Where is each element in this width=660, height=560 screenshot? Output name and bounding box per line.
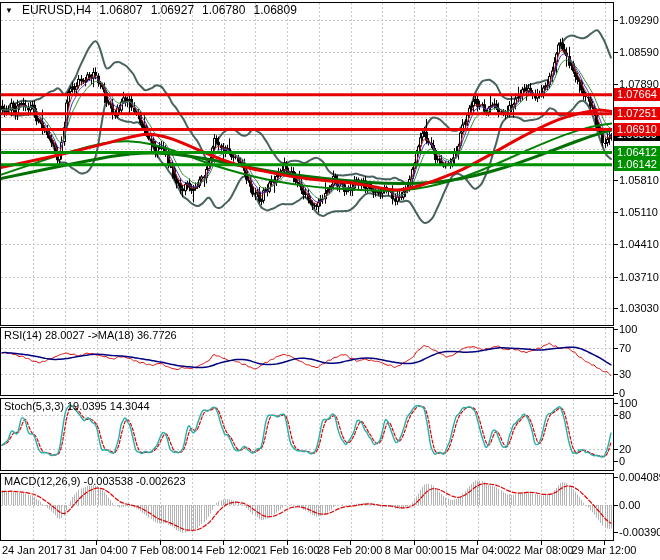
macd-axis-label: -0.003902 — [619, 526, 660, 538]
price-axis-label: 1.03710 — [619, 271, 659, 283]
macd-indicator-label: MACD(12,26,9) -0.003538 -0.002623 — [4, 475, 186, 487]
stoch-axis-label: 80 — [619, 409, 631, 421]
time-axis-label: 22 Mar 08:00 — [509, 544, 574, 556]
symbol-timeframe-label: EURUSD,H4 — [22, 3, 91, 17]
rsi-axis-label: 70 — [619, 342, 631, 354]
macd-axis-label: 0.004089 — [619, 471, 660, 483]
ohlc-low-value: 1.06780 — [202, 3, 245, 17]
time-axis-label: 28 Feb 20:00 — [318, 544, 383, 556]
rsi-axis-label: 100 — [619, 323, 637, 335]
time-axis-label: 7 Feb 08:00 — [131, 544, 190, 556]
time-axis-label: 21 Feb 16:00 — [255, 544, 320, 556]
support-price-badge: 1.06142 — [614, 158, 660, 171]
price-axis-label: 1.09290 — [619, 14, 659, 26]
stoch-axis-label: 100 — [619, 397, 637, 409]
ohlc-open-value: 1.06807 — [99, 3, 142, 17]
price-axis-label: 1.04410 — [619, 238, 659, 250]
resistance-price-badge: 1.07664 — [614, 88, 660, 101]
macd-axis-label: 0.00 — [619, 499, 640, 511]
ohlc-high-value: 1.06927 — [151, 3, 194, 17]
ohlc-close-value: 1.06809 — [253, 3, 296, 17]
resistance-price-badge: 1.07251 — [614, 107, 660, 120]
time-axis-label: 29 Mar 12:00 — [572, 544, 637, 556]
symbol-dropdown-icon[interactable]: ▼ — [5, 6, 13, 15]
time-axis-label: 24 Jan 2017 — [2, 544, 63, 556]
stoch-axis-label: 20 — [619, 443, 631, 455]
time-axis-label: 8 Mar 00:00 — [385, 544, 444, 556]
resistance-price-badge: 1.06910 — [614, 123, 660, 136]
time-axis-label: 31 Jan 04:00 — [64, 544, 128, 556]
price-axis-label: 1.03030 — [619, 302, 659, 314]
time-axis-label: 14 Feb 12:00 — [191, 544, 256, 556]
stoch-axis-label: 0 — [619, 455, 625, 467]
price-axis-label: 1.05110 — [619, 206, 658, 218]
price-axis-label: 1.08590 — [619, 46, 659, 58]
time-axis-label: 15 Mar 04:00 — [445, 544, 510, 556]
price-axis-label: 1.05810 — [619, 174, 659, 186]
trading-chart-window: ▼ EURUSD,H4 1.06807 1.06927 1.06780 1.06… — [0, 0, 660, 560]
chart-header: ▼ EURUSD,H4 1.06807 1.06927 1.06780 1.06… — [5, 3, 297, 17]
stoch-indicator-label: Stoch(5,3,3) 19.0395 14.3044 — [4, 400, 150, 412]
main-chart-panel[interactable] — [0, 2, 614, 326]
rsi-indicator-label: RSI(14) 28.0027 ->MA(18) 36.7726 — [4, 329, 177, 341]
rsi-axis-label: 30 — [619, 368, 631, 380]
